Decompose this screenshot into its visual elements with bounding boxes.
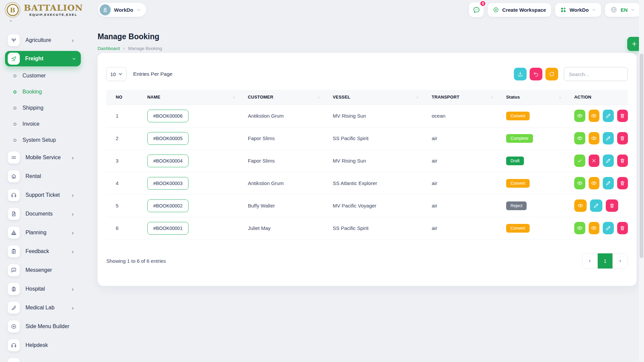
delete-button[interactable] (606, 199, 618, 212)
pagination-prev[interactable]: ‹ (582, 253, 597, 268)
sidebar-item-messenger[interactable]: Messenger (0, 261, 97, 280)
sort-icon[interactable]: ↑↓ (491, 95, 493, 99)
pagination-next[interactable]: › (612, 253, 628, 268)
sidebar-subitem-invoice[interactable]: Invoice (0, 116, 97, 132)
edit-button[interactable] (603, 177, 614, 189)
view-button[interactable] (574, 222, 585, 234)
sidebar-item-mobile-service[interactable]: Mobile Service› (0, 148, 97, 167)
edit-button[interactable] (603, 222, 614, 234)
undo-icon (533, 71, 539, 77)
approve-button[interactable] (574, 155, 585, 167)
sort-icon[interactable]: ↑↓ (416, 95, 418, 99)
delete-button[interactable] (617, 177, 628, 189)
action-buttons (574, 132, 628, 144)
sidebar-subitem-label: Customer (22, 73, 46, 79)
sidebar-subitem-system-setup[interactable]: System Setup (0, 132, 97, 148)
sidebar-item-feedback[interactable]: Feedback› (0, 242, 97, 261)
cell-actions (564, 194, 628, 217)
cell-transport: air (421, 194, 495, 217)
cell-customer: Fapor Slims (237, 127, 322, 149)
edit-button[interactable] (603, 110, 614, 122)
column-header-status[interactable]: Status↑↓ (495, 90, 564, 105)
sidebar-subitem-label: Booking (22, 89, 42, 95)
booking-name-button[interactable]: #BOOK00003 (147, 177, 189, 190)
language-button[interactable]: EN (605, 3, 640, 17)
globe-icon (610, 6, 618, 13)
sidebar-item-medical-lab[interactable]: Medical Lab› (0, 298, 97, 317)
undo-button[interactable] (530, 68, 542, 80)
sidebar-item-hospital[interactable]: Hospital› (0, 280, 97, 298)
booking-name-button[interactable]: #BOOK00005 (147, 132, 189, 145)
sidebar-item-side-menu-builder[interactable]: Side Menu Builder (0, 317, 97, 336)
sort-icon[interactable]: ↑↓ (232, 95, 234, 99)
view-button[interactable] (574, 110, 585, 122)
table-row: 3#BOOK00004Fapor SlimsMV Rising SunairDr… (106, 149, 628, 172)
entries-per-page-select[interactable]: 10 (106, 67, 126, 81)
booking-name-button[interactable]: #BOOK00006 (147, 110, 189, 122)
export-button[interactable] (514, 68, 527, 80)
refresh-button[interactable] (545, 68, 558, 80)
sidebar-subitem-booking[interactable]: Booking (0, 84, 97, 100)
sidebar-item-label: Agriculture (25, 37, 51, 43)
cell-status: Complete (495, 127, 564, 149)
view-button[interactable] (574, 177, 585, 189)
breadcrumb-dashboard-link[interactable]: Dashboard (98, 46, 120, 51)
sidebar-item-support-ticket[interactable]: Support Ticket› (0, 186, 97, 204)
booking-name-button[interactable]: #BOOK00001 (147, 222, 189, 235)
column-header-label: Status (506, 95, 520, 100)
cell-status: Convert (495, 105, 564, 127)
delete-button[interactable] (617, 132, 628, 144)
column-header-label: NAME (147, 95, 160, 100)
delete-button[interactable] (617, 222, 628, 234)
sort-icon[interactable]: ↑↓ (317, 95, 319, 99)
column-header-vessel[interactable]: VESSEL↑↓ (322, 90, 421, 105)
sidebar-item-rental[interactable]: Rental (0, 167, 97, 186)
view-button[interactable] (589, 177, 600, 189)
column-header-name[interactable]: NAME↑↓ (137, 90, 237, 105)
entries-value: 10 (110, 71, 116, 77)
action-buttons (574, 110, 628, 122)
icon-box (8, 227, 20, 239)
view-button[interactable] (574, 132, 585, 144)
pagination-page-1[interactable]: 1 (597, 253, 612, 268)
sidebar-item-agriculture[interactable]: Agriculture› (0, 31, 97, 50)
sidebar-item-documents[interactable]: Documents› (0, 204, 97, 223)
sidebar: › Agriculture›Freight›CustomerBookingShi… (0, 19, 97, 362)
chevron-down-icon: › (72, 58, 77, 60)
create-workspace-button[interactable]: Create Workspace (488, 3, 551, 17)
sidebar-item-label: Mobile Service (25, 155, 61, 161)
sidebar-item-helpdesk[interactable]: Helpdesk (0, 336, 97, 355)
syringe-icon (11, 305, 17, 311)
cell-name: #BOOK00003 (137, 172, 237, 194)
chat-icon (473, 6, 480, 14)
cell-vessel: MV Rising Sun (322, 149, 421, 172)
edit-button[interactable] (590, 199, 602, 212)
edit-button[interactable] (603, 132, 614, 144)
delete-button[interactable] (617, 110, 628, 122)
sidebar-item-freight[interactable]: Freight› (0, 50, 97, 68)
reject-button[interactable] (589, 155, 600, 167)
view-button[interactable] (589, 222, 600, 234)
sidebar-item-planning[interactable]: Planning› (0, 223, 97, 242)
search-input[interactable] (564, 67, 628, 81)
view-button[interactable] (589, 132, 600, 144)
sidebar-subitem-shipping[interactable]: Shipping (0, 100, 97, 116)
column-header-customer[interactable]: CUSTOMER↑↓ (237, 90, 322, 105)
view-button[interactable] (574, 199, 587, 212)
delete-button[interactable] (617, 155, 628, 167)
booking-name-button[interactable]: #BOOK00004 (147, 155, 189, 167)
refresh-icon (549, 71, 555, 77)
sidebar-subitem-customer[interactable]: Customer (0, 68, 97, 84)
view-button[interactable] (589, 110, 600, 122)
sort-icon[interactable]: ↑↓ (559, 95, 561, 99)
chat-button[interactable]: 0 (469, 2, 484, 17)
workspace-switcher[interactable]: WorkDo (98, 3, 146, 17)
cell-vessel: MV Pacific Voyager (322, 194, 421, 217)
table-row: 4#BOOK00003Antikstion GrumSS Atlantic Ex… (106, 172, 628, 194)
column-header-transport[interactable]: TRANSPORT↑↓ (421, 90, 495, 105)
sidebar-item-label: Helpdesk (25, 342, 48, 348)
edit-button[interactable] (603, 155, 614, 167)
workdo-menu-button[interactable]: WorkDo (555, 3, 601, 17)
scrollbar-thumb[interactable] (640, 54, 643, 258)
booking-name-button[interactable]: #BOOK00002 (147, 199, 189, 212)
